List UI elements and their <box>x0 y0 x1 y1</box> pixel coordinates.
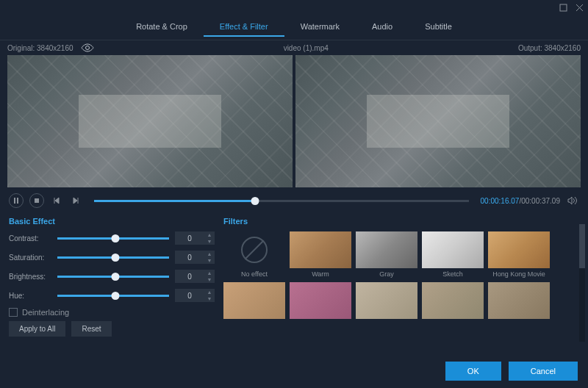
filter-thumbnail <box>290 282 351 319</box>
total-time: /00:00:37.09 <box>519 197 560 205</box>
filters-panel: Filters No effectWarmGraySketchHong Kong… <box>223 217 579 354</box>
output-preview <box>295 55 581 187</box>
no-effect-icon <box>241 237 268 263</box>
info-bar: Original: 3840x2160 video (1).mp4 Output… <box>0 40 588 55</box>
svg-rect-0 <box>560 4 567 11</box>
tab-effect-filter[interactable]: Effect & Filter <box>204 18 284 37</box>
basic-effect-panel: Basic Effect Contrast: 0 ▲ ▼ Saturation:… <box>9 217 215 354</box>
slider-0[interactable] <box>57 237 169 240</box>
svg-rect-4 <box>35 198 39 203</box>
basic-effect-title: Basic Effect <box>9 217 215 226</box>
filter-item-r2-4[interactable] <box>488 282 550 319</box>
maximize-button[interactable] <box>559 3 567 12</box>
output-resolution: Output: 3840x2160 <box>518 44 581 52</box>
filter-thumbnail <box>488 231 550 268</box>
slider-label-0: Contrast: <box>9 234 51 242</box>
filter-thumbnail <box>356 282 417 319</box>
filter-thumbnail <box>422 282 484 319</box>
svg-point-1 <box>85 46 89 50</box>
slider-value-0[interactable]: 0 ▲ ▼ <box>175 231 215 245</box>
tab-rotate-crop[interactable]: Rotate & Crop <box>120 18 204 37</box>
filter-label: Hong Kong Movie <box>492 270 545 278</box>
slider-1[interactable] <box>57 256 169 259</box>
pause-button[interactable] <box>9 193 24 208</box>
filter-item-No effect[interactable]: No effect <box>223 231 285 278</box>
slider-value-3[interactable]: 0 ▲ ▼ <box>175 289 215 302</box>
original-resolution: Original: 3840x2160 <box>7 44 74 52</box>
playback-bar: 00:00:16.07/00:00:37.09 <box>0 187 588 214</box>
spinner-up-icon[interactable]: ▲ <box>204 251 215 257</box>
filter-item-r2-2[interactable] <box>356 282 417 319</box>
reset-button[interactable]: Reset <box>71 321 111 337</box>
filter-item-r2-3[interactable] <box>422 282 484 319</box>
svg-rect-2 <box>14 198 15 204</box>
slider-value-1[interactable]: 0 ▲ ▼ <box>175 251 215 264</box>
filter-thumbnail <box>356 231 417 268</box>
slider-2[interactable] <box>57 276 169 278</box>
filter-label: No effect <box>241 270 268 278</box>
spinner-up-icon[interactable]: ▲ <box>204 270 215 276</box>
filter-item-r2-1[interactable] <box>290 282 351 319</box>
filter-thumbnail <box>290 231 351 268</box>
slider-label-2: Brightness: <box>9 273 51 281</box>
current-time: 00:00:16.07 <box>481 197 520 205</box>
deinterlacing-checkbox[interactable] <box>9 308 18 317</box>
filter-item-Gray[interactable]: Gray <box>356 231 417 278</box>
tab-watermark[interactable]: Watermark <box>284 18 356 37</box>
filter-item-Hong Kong Movie[interactable]: Hong Kong Movie <box>488 231 550 278</box>
preview-toggle-icon[interactable] <box>81 43 94 52</box>
filters-scrollbar[interactable] <box>579 224 585 342</box>
close-button[interactable] <box>575 3 584 12</box>
spinner-down-icon[interactable]: ▼ <box>204 238 215 245</box>
spinner-down-icon[interactable]: ▼ <box>204 257 215 264</box>
tabs-bar: Rotate & Crop Effect & Filter Watermark … <box>0 15 588 40</box>
volume-icon[interactable] <box>566 194 579 207</box>
slider-3[interactable] <box>57 295 169 297</box>
deinterlacing-label: Deinterlacing <box>22 308 69 317</box>
next-frame-button[interactable] <box>69 194 82 207</box>
filter-thumbnail <box>488 282 550 319</box>
filter-item-Sketch[interactable]: Sketch <box>422 231 484 278</box>
timeline-slider[interactable] <box>94 200 469 202</box>
tab-subtitle[interactable]: Subtitle <box>409 18 468 37</box>
filters-title: Filters <box>223 217 579 226</box>
filter-label: Sketch <box>442 270 463 278</box>
prev-frame-button[interactable] <box>50 194 63 207</box>
ok-button[interactable]: OK <box>445 362 501 381</box>
filter-thumbnail <box>223 231 285 268</box>
svg-rect-3 <box>17 198 18 204</box>
spinner-up-icon[interactable]: ▲ <box>204 231 215 238</box>
apply-to-all-button[interactable]: Apply to All <box>9 321 65 337</box>
filter-item-Warm[interactable]: Warm <box>290 231 351 278</box>
footer: OK Cancel <box>0 354 588 388</box>
spinner-up-icon[interactable]: ▲ <box>204 289 215 295</box>
time-display: 00:00:16.07/00:00:37.09 <box>481 197 560 205</box>
spinner-down-icon[interactable]: ▼ <box>204 276 215 283</box>
filter-label: Warm <box>312 270 329 278</box>
filter-thumbnail <box>422 231 484 268</box>
slider-value-2[interactable]: 0 ▲ ▼ <box>175 270 215 283</box>
cancel-button[interactable]: Cancel <box>509 362 578 381</box>
preview-area <box>0 55 588 187</box>
titlebar <box>0 0 588 15</box>
original-preview <box>7 55 293 187</box>
filter-label: Gray <box>379 270 394 278</box>
stop-button[interactable] <box>29 193 44 208</box>
spinner-down-icon[interactable]: ▼ <box>204 295 215 302</box>
filter-item-r2-0[interactable] <box>223 282 285 319</box>
slider-label-1: Saturation: <box>9 254 51 262</box>
filter-thumbnail <box>223 282 285 319</box>
filename-label: video (1).mp4 <box>284 44 329 52</box>
slider-label-3: Hue: <box>9 292 51 300</box>
tab-audio[interactable]: Audio <box>356 18 409 37</box>
